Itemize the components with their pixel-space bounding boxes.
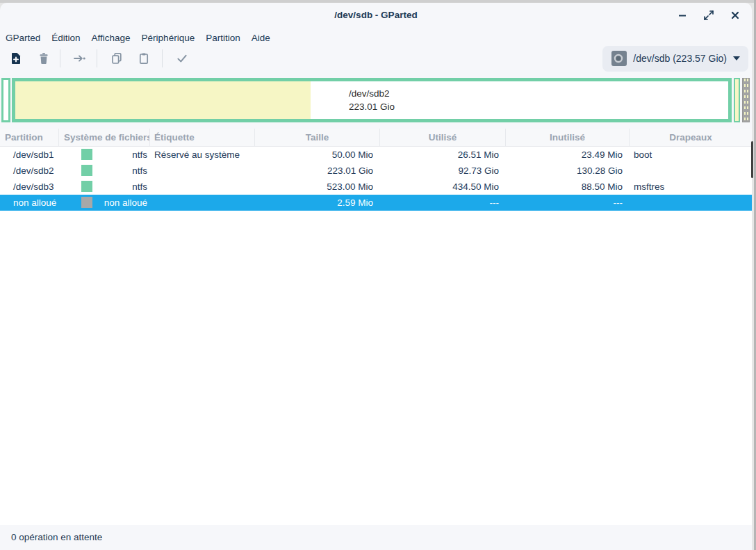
visual-partition-size: 223.01 Gio — [349, 100, 395, 113]
clipboard-icon — [138, 52, 150, 65]
filesystem-color-swatch — [81, 165, 92, 176]
used-space-fill — [15, 81, 311, 119]
table-header-row: Partition Système de fichiers Étiquette … — [0, 129, 752, 147]
column-header-unused: Inutilisé — [506, 129, 630, 146]
menu-item-peripherique[interactable]: Périphérique — [136, 31, 201, 45]
filesystem-name: ntfs — [132, 149, 147, 160]
toolbar-separator — [97, 49, 97, 67]
cell-partition: /dev/sdb1 — [0, 147, 59, 163]
close-button[interactable] — [728, 8, 742, 22]
filesystem-color-swatch — [81, 181, 92, 192]
visual-partition-sdb3[interactable] — [734, 78, 740, 122]
cell-size: 223.01 Gio — [255, 163, 380, 179]
visual-partition-label: /dev/sdb2 223.01 Gio — [349, 87, 395, 113]
visual-partition-name: /dev/sdb2 — [349, 87, 395, 100]
cell-partition: non alloué — [0, 195, 59, 211]
cell-filesystem: ntfs — [59, 179, 150, 195]
toolbar-separator — [162, 49, 163, 67]
cell-used: --- — [380, 195, 506, 211]
column-header-label: Étiquette — [150, 129, 255, 146]
filesystem-color-swatch — [81, 149, 92, 160]
filesystem-name: non alloué — [104, 197, 147, 208]
menu-item-gparted[interactable]: GParted — [0, 31, 46, 45]
trash-icon — [38, 52, 50, 65]
cell-flags — [630, 195, 752, 211]
cell-filesystem: ntfs — [59, 163, 150, 179]
partition-table: Partition Système de fichiers Étiquette … — [0, 129, 752, 525]
table-row[interactable]: /dev/sdb2 ntfs 223.01 Gio 92.73 Gio 130.… — [0, 163, 752, 179]
arrow-right-dot-icon — [73, 52, 86, 65]
cell-flags: msftres — [630, 179, 752, 195]
device-selector-label: /dev/sdb (223.57 Gio) — [633, 53, 727, 64]
toolbar-button-apply[interactable] — [174, 51, 190, 66]
cell-label — [150, 195, 255, 211]
toolbar: /dev/sdb (223.57 Gio) — [0, 45, 752, 72]
vertical-scrollbar-thumb[interactable] — [751, 141, 753, 178]
cell-flags — [630, 163, 752, 179]
visual-partition-sdb2[interactable]: /dev/sdb2 223.01 Gio — [12, 78, 732, 122]
toolbar-button-paste[interactable] — [136, 51, 151, 66]
cell-unused: 88.50 Mio — [506, 179, 630, 195]
table-body: /dev/sdb1 ntfs Réservé au système 50.00 … — [0, 147, 752, 211]
visual-unallocated[interactable] — [742, 78, 750, 122]
close-icon — [730, 10, 741, 21]
partition-visual-bar: /dev/sdb2 223.01 Gio — [0, 78, 752, 122]
cell-label — [150, 163, 255, 179]
minimize-button[interactable] — [675, 8, 689, 22]
minimize-icon — [677, 10, 688, 21]
cell-unused: 130.28 Gio — [506, 163, 630, 179]
cell-used: 92.73 Gio — [380, 163, 506, 179]
restore-icon — [703, 10, 714, 21]
toolbar-button-new-partition[interactable] — [8, 51, 24, 66]
visual-partition-sdb1[interactable] — [1, 78, 10, 122]
window-title: /dev/sdb - GParted — [0, 10, 752, 20]
column-header-flags: Drapeaux — [630, 129, 752, 146]
toolbar-button-delete-partition[interactable] — [36, 51, 51, 66]
menubar: GPartedÉditionAffichagePériphériqueParti… — [0, 29, 752, 46]
cell-filesystem: ntfs — [59, 147, 150, 163]
column-header-size: Taille — [255, 129, 380, 146]
cell-size: 50.00 Mio — [255, 147, 380, 163]
filesystem-name: ntfs — [132, 181, 147, 192]
check-icon — [176, 52, 188, 65]
restore-button[interactable] — [702, 8, 716, 22]
menu-item-affichage[interactable]: Affichage — [86, 31, 136, 45]
cell-label — [150, 179, 255, 195]
toolbar-button-copy[interactable] — [109, 51, 124, 66]
column-header-filesystem: Système de fichiers — [59, 129, 150, 146]
cell-used: 26.51 Mio — [380, 147, 506, 163]
chevron-down-icon — [733, 56, 740, 60]
statusbar: 0 opération en attente — [0, 525, 752, 550]
menu-item-partition[interactable]: Partition — [200, 31, 246, 45]
cell-partition: /dev/sdb2 — [0, 163, 59, 179]
filesystem-name: ntfs — [132, 165, 147, 176]
menu-item-aide[interactable]: Aide — [246, 31, 276, 45]
cell-flags: boot — [630, 147, 752, 163]
toolbar-separator — [60, 49, 60, 67]
document-new-icon — [10, 52, 22, 65]
cell-partition: /dev/sdb3 — [0, 179, 59, 195]
cell-filesystem: non alloué — [59, 195, 150, 211]
cell-size: 523.00 Mio — [255, 179, 380, 195]
hard-drive-icon — [611, 50, 627, 67]
filesystem-color-swatch — [81, 197, 92, 208]
column-header-partition: Partition — [0, 129, 59, 146]
toolbar-button-resize-move[interactable] — [72, 51, 87, 66]
column-header-used: Utilisé — [380, 129, 506, 146]
pending-operations-text: 0 opération en attente — [0, 525, 752, 550]
cell-label: Réservé au système — [150, 147, 255, 163]
table-row[interactable]: non alloué non alloué 2.59 Mio --- --- — [0, 195, 752, 211]
menu-item-edition[interactable]: Édition — [46, 31, 85, 45]
gparted-window: /dev/sdb - GParted GPartedÉditionAfficha… — [0, 3, 752, 550]
cell-used: 434.50 Mio — [380, 179, 506, 195]
table-row[interactable]: /dev/sdb3 ntfs 523.00 Mio 434.50 Mio 88.… — [0, 179, 752, 195]
cell-unused: 23.49 Mio — [506, 147, 630, 163]
device-selector-dropdown[interactable]: /dev/sdb (223.57 Gio) — [602, 46, 748, 72]
window-controls — [675, 8, 742, 22]
cell-size: 2.59 Mio — [255, 195, 380, 211]
table-row[interactable]: /dev/sdb1 ntfs Réservé au système 50.00 … — [0, 147, 752, 163]
cell-unused: --- — [506, 195, 630, 211]
copy-icon — [110, 52, 123, 65]
titlebar[interactable]: /dev/sdb - GParted — [0, 3, 752, 29]
